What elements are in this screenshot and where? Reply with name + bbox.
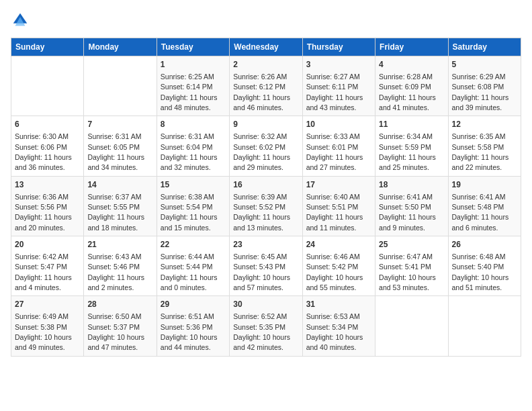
page-header	[11, 11, 521, 30]
calendar-cell: 6Sunrise: 6:30 AM Sunset: 6:06 PM Daylig…	[11, 116, 84, 176]
calendar-header: SundayMondayTuesdayWednesdayThursdayFrid…	[11, 38, 521, 56]
calendar-cell	[11, 56, 84, 116]
week-row-5: 27Sunrise: 6:49 AM Sunset: 5:38 PM Dayli…	[11, 296, 521, 356]
calendar-cell: 3Sunrise: 6:27 AM Sunset: 6:11 PM Daylig…	[302, 56, 375, 116]
day-number: 7	[87, 119, 152, 130]
day-number: 28	[87, 299, 152, 310]
calendar-cell: 9Sunrise: 6:32 AM Sunset: 6:02 PM Daylig…	[230, 116, 302, 176]
day-info: Sunrise: 6:50 AM Sunset: 5:37 PM Dayligh…	[87, 312, 144, 351]
calendar-cell: 5Sunrise: 6:29 AM Sunset: 6:08 PM Daylig…	[448, 56, 521, 116]
calendar-cell: 13Sunrise: 6:36 AM Sunset: 5:56 PM Dayli…	[11, 176, 84, 236]
calendar-cell: 2Sunrise: 6:26 AM Sunset: 6:12 PM Daylig…	[230, 56, 302, 116]
day-info: Sunrise: 6:25 AM Sunset: 6:14 PM Dayligh…	[161, 73, 218, 111]
col-header-tuesday: Tuesday	[157, 38, 229, 56]
day-info: Sunrise: 6:31 AM Sunset: 6:04 PM Dayligh…	[161, 132, 218, 171]
day-info: Sunrise: 6:43 AM Sunset: 5:46 PM Dayligh…	[87, 253, 144, 291]
calendar-cell: 19Sunrise: 6:41 AM Sunset: 5:48 PM Dayli…	[448, 176, 521, 236]
day-info: Sunrise: 6:38 AM Sunset: 5:54 PM Dayligh…	[161, 193, 218, 232]
day-number: 5	[452, 59, 517, 71]
week-row-1: 1Sunrise: 6:25 AM Sunset: 6:14 PM Daylig…	[11, 56, 521, 116]
day-info: Sunrise: 6:42 AM Sunset: 5:47 PM Dayligh…	[15, 253, 72, 291]
col-header-monday: Monday	[84, 38, 157, 56]
day-info: Sunrise: 6:26 AM Sunset: 6:12 PM Dayligh…	[233, 73, 290, 111]
calendar-cell: 1Sunrise: 6:25 AM Sunset: 6:14 PM Daylig…	[157, 56, 229, 116]
day-number: 4	[379, 59, 444, 71]
week-row-3: 13Sunrise: 6:36 AM Sunset: 5:56 PM Dayli…	[11, 176, 521, 236]
calendar-cell: 10Sunrise: 6:33 AM Sunset: 6:01 PM Dayli…	[302, 116, 375, 176]
calendar-cell	[375, 296, 448, 356]
day-info: Sunrise: 6:28 AM Sunset: 6:09 PM Dayligh…	[379, 73, 436, 111]
day-info: Sunrise: 6:32 AM Sunset: 6:02 PM Dayligh…	[233, 132, 290, 171]
day-number: 8	[161, 119, 226, 130]
calendar-cell: 25Sunrise: 6:47 AM Sunset: 5:41 PM Dayli…	[375, 236, 448, 296]
calendar-cell: 4Sunrise: 6:28 AM Sunset: 6:09 PM Daylig…	[375, 56, 448, 116]
col-header-thursday: Thursday	[302, 38, 375, 56]
col-header-sunday: Sunday	[11, 38, 84, 56]
day-number: 12	[452, 119, 517, 130]
day-number: 3	[306, 59, 371, 71]
day-info: Sunrise: 6:41 AM Sunset: 5:50 PM Dayligh…	[379, 193, 436, 232]
day-number: 22	[161, 239, 226, 250]
col-header-saturday: Saturday	[448, 38, 521, 56]
calendar-cell: 22Sunrise: 6:44 AM Sunset: 5:44 PM Dayli…	[157, 236, 229, 296]
calendar-cell: 23Sunrise: 6:45 AM Sunset: 5:43 PM Dayli…	[230, 236, 302, 296]
day-info: Sunrise: 6:47 AM Sunset: 5:41 PM Dayligh…	[379, 253, 436, 291]
day-number: 26	[452, 239, 517, 250]
day-number: 18	[379, 179, 444, 191]
calendar-cell: 16Sunrise: 6:39 AM Sunset: 5:52 PM Dayli…	[230, 176, 302, 236]
calendar-cell: 26Sunrise: 6:48 AM Sunset: 5:40 PM Dayli…	[448, 236, 521, 296]
calendar-cell: 7Sunrise: 6:31 AM Sunset: 6:05 PM Daylig…	[84, 116, 157, 176]
day-info: Sunrise: 6:33 AM Sunset: 6:01 PM Dayligh…	[306, 132, 363, 171]
day-number: 6	[15, 119, 80, 130]
col-header-friday: Friday	[375, 38, 448, 56]
logo-icon	[11, 11, 30, 30]
day-info: Sunrise: 6:37 AM Sunset: 5:55 PM Dayligh…	[87, 193, 144, 232]
calendar-cell: 29Sunrise: 6:51 AM Sunset: 5:36 PM Dayli…	[157, 296, 229, 356]
day-number: 10	[306, 119, 371, 130]
day-info: Sunrise: 6:30 AM Sunset: 6:06 PM Dayligh…	[15, 132, 72, 171]
calendar-cell: 27Sunrise: 6:49 AM Sunset: 5:38 PM Dayli…	[11, 296, 84, 356]
col-header-wednesday: Wednesday	[230, 38, 302, 56]
day-number: 14	[87, 179, 152, 191]
day-number: 15	[161, 179, 226, 191]
day-info: Sunrise: 6:52 AM Sunset: 5:35 PM Dayligh…	[233, 312, 290, 351]
calendar-cell: 14Sunrise: 6:37 AM Sunset: 5:55 PM Dayli…	[84, 176, 157, 236]
day-number: 27	[15, 299, 80, 310]
day-info: Sunrise: 6:44 AM Sunset: 5:44 PM Dayligh…	[161, 253, 218, 291]
day-info: Sunrise: 6:34 AM Sunset: 5:59 PM Dayligh…	[379, 132, 436, 171]
calendar-cell: 12Sunrise: 6:35 AM Sunset: 5:58 PM Dayli…	[448, 116, 521, 176]
calendar-cell: 18Sunrise: 6:41 AM Sunset: 5:50 PM Dayli…	[375, 176, 448, 236]
calendar-cell: 20Sunrise: 6:42 AM Sunset: 5:47 PM Dayli…	[11, 236, 84, 296]
day-info: Sunrise: 6:51 AM Sunset: 5:36 PM Dayligh…	[161, 312, 218, 351]
day-info: Sunrise: 6:27 AM Sunset: 6:11 PM Dayligh…	[306, 73, 363, 111]
day-info: Sunrise: 6:53 AM Sunset: 5:34 PM Dayligh…	[306, 312, 363, 351]
week-row-4: 20Sunrise: 6:42 AM Sunset: 5:47 PM Dayli…	[11, 236, 521, 296]
calendar-cell: 24Sunrise: 6:46 AM Sunset: 5:42 PM Dayli…	[302, 236, 375, 296]
day-number: 16	[233, 179, 298, 191]
calendar-table: SundayMondayTuesdayWednesdayThursdayFrid…	[11, 38, 521, 357]
day-info: Sunrise: 6:41 AM Sunset: 5:48 PM Dayligh…	[452, 193, 509, 232]
calendar-cell: 15Sunrise: 6:38 AM Sunset: 5:54 PM Dayli…	[157, 176, 229, 236]
day-number: 17	[306, 179, 371, 191]
day-number: 29	[161, 299, 226, 310]
week-row-2: 6Sunrise: 6:30 AM Sunset: 6:06 PM Daylig…	[11, 116, 521, 176]
day-number: 21	[87, 239, 152, 250]
day-number: 13	[15, 179, 80, 191]
day-number: 24	[306, 239, 371, 250]
day-number: 23	[233, 239, 298, 250]
day-info: Sunrise: 6:39 AM Sunset: 5:52 PM Dayligh…	[233, 193, 290, 232]
calendar-cell: 11Sunrise: 6:34 AM Sunset: 5:59 PM Dayli…	[375, 116, 448, 176]
day-number: 31	[306, 299, 371, 310]
day-number: 25	[379, 239, 444, 250]
calendar-cell: 21Sunrise: 6:43 AM Sunset: 5:46 PM Dayli…	[84, 236, 157, 296]
day-info: Sunrise: 6:46 AM Sunset: 5:42 PM Dayligh…	[306, 253, 363, 291]
day-info: Sunrise: 6:45 AM Sunset: 5:43 PM Dayligh…	[233, 253, 290, 291]
calendar-cell	[448, 296, 521, 356]
calendar-cell: 31Sunrise: 6:53 AM Sunset: 5:34 PM Dayli…	[302, 296, 375, 356]
day-number: 9	[233, 119, 298, 130]
calendar-cell: 8Sunrise: 6:31 AM Sunset: 6:04 PM Daylig…	[157, 116, 229, 176]
day-number: 20	[15, 239, 80, 250]
day-info: Sunrise: 6:29 AM Sunset: 6:08 PM Dayligh…	[452, 73, 509, 111]
day-info: Sunrise: 6:36 AM Sunset: 5:56 PM Dayligh…	[15, 193, 72, 232]
day-number: 30	[233, 299, 298, 310]
